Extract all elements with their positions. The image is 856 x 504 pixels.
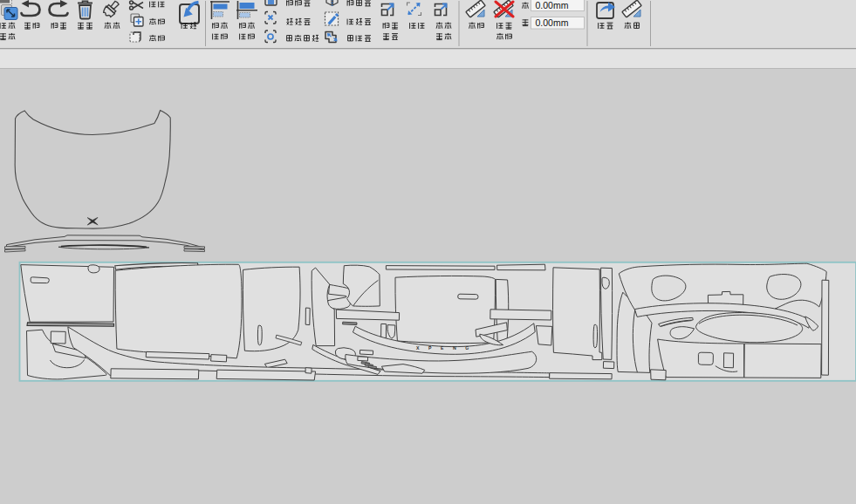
svg-text:0.00mm: 0.00mm bbox=[536, 17, 569, 28]
svg-text:0.00mm: 0.00mm bbox=[536, 0, 569, 10]
svg-text:XPENG: XPENG bbox=[416, 345, 478, 351]
